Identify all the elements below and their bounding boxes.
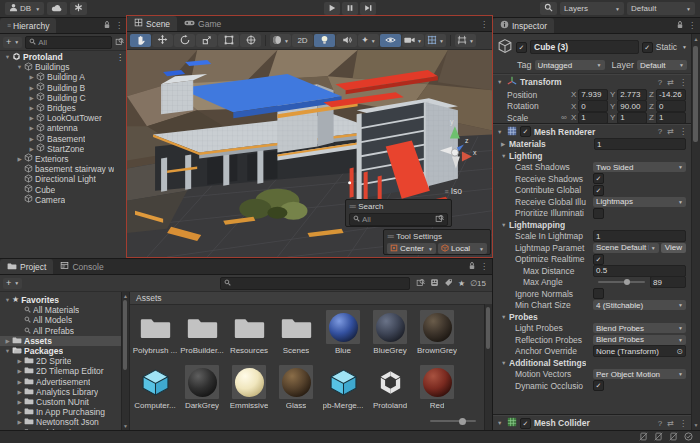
rotate-tool[interactable] (174, 34, 195, 47)
kebab-menu-icon[interactable]: ⋮ (679, 127, 687, 136)
disclosure-closed-icon[interactable]: ▶ (27, 146, 36, 152)
slider-thumb[interactable] (624, 279, 630, 285)
asset-tile-emmissive[interactable]: Emmissive (226, 363, 272, 418)
project-item-2d-sprite[interactable]: ▶2D Sprite (0, 356, 121, 366)
asset-grid-scrollbar[interactable] (484, 304, 492, 430)
project-item-2d-tilemap-editor[interactable]: ▶2D Tilemap Editor (0, 366, 121, 376)
audio-toggle[interactable] (336, 34, 357, 47)
disclosure-closed-icon[interactable]: ▶ (27, 95, 36, 101)
hand-tool[interactable] (130, 34, 151, 47)
lightmap-paramet-dropdown[interactable]: Scene Default Para▼ (593, 243, 659, 253)
search-picker-icon[interactable] (115, 37, 124, 48)
scale-tool[interactable] (196, 34, 217, 47)
project-item-all-prefabs[interactable]: All Prefabs (0, 326, 121, 336)
tab-console[interactable]: Console (53, 259, 110, 274)
tab-scene[interactable]: Scene (127, 16, 177, 31)
position-y-field[interactable]: 2.773 (617, 89, 647, 101)
drag-handle-icon[interactable]: ≡≡ (387, 233, 393, 240)
kebab-menu-icon[interactable]: ⋮ (480, 20, 488, 29)
disclosure-open-icon[interactable]: ▼ (3, 297, 12, 303)
disclosure-open-icon[interactable]: ▼ (501, 314, 509, 320)
tab-game[interactable]: Game (177, 16, 228, 31)
disclosure-open-icon[interactable]: ▼ (501, 360, 509, 366)
disclosure-closed-icon[interactable]: ▶ (27, 115, 36, 121)
draw-mode-dropdown[interactable]: ▼ (270, 34, 291, 47)
asset-tile-pb-merge[interactable]: pb-Merge... (320, 363, 366, 418)
asset-tile-red[interactable]: Red (414, 363, 460, 418)
link-scale-icon[interactable]: ∞ (561, 113, 569, 122)
project-item-analytics-library[interactable]: ▶Analytics Library (0, 387, 121, 397)
dynamic-occlusio-checkbox[interactable]: ✓ (593, 380, 604, 391)
disclosure-closed-icon[interactable]: ▶ (15, 358, 24, 364)
thumbnail-zoom-slider[interactable] (430, 420, 476, 422)
lock-icon[interactable] (676, 20, 684, 31)
hierarchy-item-directional-light[interactable]: Directional Light (0, 174, 127, 184)
component-header-transform[interactable]: ▼Transform?⇄⋮ (493, 74, 691, 89)
asset-tile-blue[interactable]: Blue (320, 308, 366, 363)
scrollbar-thumb[interactable] (486, 307, 490, 349)
max-angle-field[interactable]: 89 (650, 276, 686, 288)
project-item-assets[interactable]: ▶Assets (0, 336, 121, 346)
project-tree-scrollbar[interactable]: ▲ ▼ (121, 292, 130, 430)
mute-warning-icon[interactable] (654, 432, 663, 443)
asset-tile-resources[interactable]: Resources (226, 308, 272, 363)
hierarchy-search-input[interactable]: All (25, 36, 112, 49)
asset-tile-computer[interactable]: Computer... (132, 363, 178, 418)
max-distance-field[interactable]: 0.5 (593, 265, 686, 277)
hierarchy-item-building-b[interactable]: ▶Building B (0, 83, 127, 93)
project-search-input[interactable] (220, 277, 410, 290)
optimize-realtime-checkbox[interactable]: ✓ (593, 254, 604, 265)
disclosure-closed-icon[interactable]: ▶ (27, 136, 36, 142)
help-icon[interactable]: ? (658, 78, 662, 87)
collab-button[interactable] (70, 2, 87, 15)
gameobject-name-field[interactable]: Cube (3) (530, 40, 639, 54)
hierarchy-item-camera[interactable]: Camera (0, 195, 127, 205)
anchor-override-object-field[interactable]: None (Transform)⊙ (593, 345, 686, 357)
slider-knob[interactable] (459, 418, 466, 425)
gizmos-dropdown[interactable]: ▼ (455, 34, 476, 47)
asset-tile-polybrush[interactable]: Polybrush ... (132, 308, 178, 363)
transform-tool[interactable] (240, 34, 261, 47)
favorites-star-icon[interactable]: ★ (458, 279, 465, 288)
disclosure-closed-icon[interactable]: ▶ (15, 389, 24, 395)
search-by-label-icon[interactable] (444, 278, 453, 289)
gameobject-enabled-checkbox[interactable]: ✓ (516, 42, 527, 53)
component-enabled-checkbox[interactable]: ✓ (520, 126, 531, 137)
disclosure-open-icon[interactable]: ▼ (3, 348, 12, 354)
asset-tile-glass[interactable]: Glass (273, 363, 319, 418)
project-item-advertisement[interactable]: ▶Advertisement (0, 377, 121, 387)
tab-hierarchy[interactable]: ≡ Hierarchy (0, 18, 56, 33)
kebab-menu-icon[interactable]: ⋮ (679, 419, 687, 428)
light-probes-dropdown[interactable]: Blend Probes▼ (593, 323, 686, 333)
disclosure-closed-icon[interactable]: ▶ (15, 379, 24, 385)
orientation-mode-dropdown[interactable]: Local ▼ (438, 243, 487, 254)
asset-breadcrumb[interactable]: Assets (130, 292, 492, 305)
projection-toggle[interactable]: ≡ Iso (445, 186, 462, 196)
project-item-all-materials[interactable]: All Materials (0, 305, 121, 315)
help-icon[interactable]: ? (658, 419, 662, 428)
component-header-mesh-collider[interactable]: ▼✓Mesh Collider?⇄⋮ (493, 415, 691, 430)
visibility-toggle[interactable] (380, 34, 401, 47)
component-header-mesh-renderer[interactable]: ▼✓Mesh Renderer?⇄⋮ (493, 124, 691, 139)
hierarchy-item-antenna[interactable]: ▶antenna (0, 123, 127, 133)
asset-tile-browngrey[interactable]: BrownGrey (414, 308, 460, 363)
rotation-z-field[interactable]: 0 (656, 100, 686, 112)
disclosure-closed-icon[interactable]: ▶ (15, 409, 24, 415)
component-enabled-checkbox[interactable]: ✓ (520, 418, 531, 429)
disclosure-closed-icon[interactable]: ▶ (15, 399, 24, 405)
layer-dropdown[interactable]: Default ▼ (637, 60, 687, 70)
lighting-toggle[interactable] (314, 34, 335, 47)
scale-z-field[interactable]: 1 (656, 112, 686, 124)
hierarchy-item-building-c[interactable]: ▶Building C (0, 93, 127, 103)
grid-snap-dropdown[interactable]: ▼ (425, 34, 446, 47)
object-picker-icon[interactable]: ⊙ (674, 347, 683, 356)
project-item-packages[interactable]: ▼Packages (0, 346, 121, 356)
disclosure-open-icon[interactable]: ▼ (15, 64, 24, 70)
hidden-count-icon[interactable]: ∅15 (470, 279, 486, 288)
asset-tile-protoland[interactable]: Protoland (367, 363, 413, 418)
contribute-global-checkbox[interactable]: ✓ (593, 185, 604, 196)
hierarchy-item-lookouttower[interactable]: ▶LookOutTower (0, 113, 127, 123)
disclosure-open-icon[interactable]: ▼ (497, 129, 504, 135)
hierarchy-item-basement[interactable]: ▶Basement (0, 134, 127, 144)
disclosure-open-icon[interactable]: ▼ (497, 79, 504, 85)
